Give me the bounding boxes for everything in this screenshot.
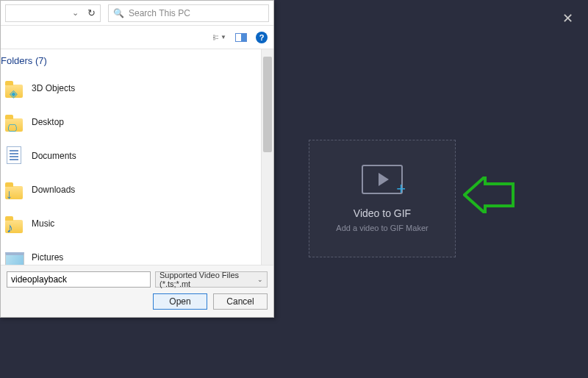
folder-3d-objects[interactable]: ◈ 3D Objects xyxy=(5,71,261,105)
music-note-icon: ♪ xyxy=(7,221,13,236)
folder-label: Documents xyxy=(32,151,76,161)
folder-documents[interactable]: Documents xyxy=(5,139,261,173)
open-button-label: Open xyxy=(169,296,190,307)
folder-music[interactable]: ♪ Music xyxy=(5,207,261,240)
help-icon[interactable]: ? xyxy=(256,32,268,43)
file-list-area: Folders (7) ◈ 3D Objects 🖵 Desktop Docum… xyxy=(1,49,273,265)
dropzone-title: Video to GIF xyxy=(354,207,411,219)
file-open-dialog: ⌄ ↻ 🔍 Search This PC ▼ ? Folders (7) ◈ 3… xyxy=(0,0,274,318)
play-icon xyxy=(379,173,389,186)
picture-icon xyxy=(5,252,24,265)
search-input[interactable]: 🔍 Search This PC xyxy=(108,4,269,22)
refresh-icon[interactable]: ↻ xyxy=(87,7,96,18)
chevron-down-icon[interactable]: ⌄ xyxy=(72,8,79,18)
filetype-filter[interactable]: Supported Video Files (*.ts;*.mt ⌄ xyxy=(155,271,268,288)
document-icon xyxy=(7,146,21,164)
svg-rect-0 xyxy=(213,35,215,37)
cube-icon: ◈ xyxy=(10,88,18,99)
file-list[interactable]: ◈ 3D Objects 🖵 Desktop Documents ↓ Downl… xyxy=(1,49,261,265)
chevron-down-icon: ⌄ xyxy=(257,276,263,283)
video-thumbnail-icon: + xyxy=(362,165,403,194)
cancel-button-label: Cancel xyxy=(226,296,254,307)
folders-group-header[interactable]: Folders (7) xyxy=(1,55,47,66)
video-drop-zone[interactable]: + Video to GIF Add a video to GIF Maker xyxy=(309,140,456,257)
folder-label: Desktop xyxy=(32,117,64,127)
search-placeholder: Search This PC xyxy=(129,8,190,18)
download-arrow-icon: ↓ xyxy=(6,187,12,202)
folder-pictures[interactable]: Pictures xyxy=(5,240,261,265)
search-icon: 🔍 xyxy=(113,8,124,18)
annotation-arrow-right xyxy=(463,176,514,213)
folder-downloads[interactable]: ↓ Downloads xyxy=(5,173,261,207)
add-plus-icon: + xyxy=(396,179,406,199)
filetype-label: Supported Video Files (*.ts;*.mt xyxy=(159,271,257,288)
folder-label: Music xyxy=(32,218,54,229)
close-icon[interactable]: ✕ xyxy=(562,12,573,25)
path-breadcrumb[interactable]: ⌄ ↻ xyxy=(5,4,101,22)
preview-pane-icon[interactable] xyxy=(235,33,247,42)
vertical-scrollbar[interactable] xyxy=(261,49,273,265)
monitor-icon: 🖵 xyxy=(7,123,17,134)
filename-input[interactable] xyxy=(7,271,151,288)
folder-label: Pictures xyxy=(32,252,63,263)
folder-label: 3D Objects xyxy=(32,83,75,93)
folder-label: Downloads xyxy=(32,185,75,195)
dialog-bottom-bar: Supported Video Files (*.ts;*.mt ⌄ Open … xyxy=(1,265,273,317)
cancel-button[interactable]: Cancel xyxy=(213,293,268,310)
dialog-titlebar: ⌄ ↻ 🔍 Search This PC xyxy=(1,1,273,26)
open-button[interactable]: Open xyxy=(153,293,207,310)
svg-rect-1 xyxy=(213,38,215,40)
dropzone-subtitle: Add a video to GIF Maker xyxy=(336,224,428,232)
view-options-icon[interactable]: ▼ xyxy=(213,32,226,43)
folder-desktop[interactable]: 🖵 Desktop xyxy=(5,105,261,139)
scrollbar-thumb[interactable] xyxy=(263,57,272,152)
dialog-toolbar: ▼ ? xyxy=(1,26,273,49)
